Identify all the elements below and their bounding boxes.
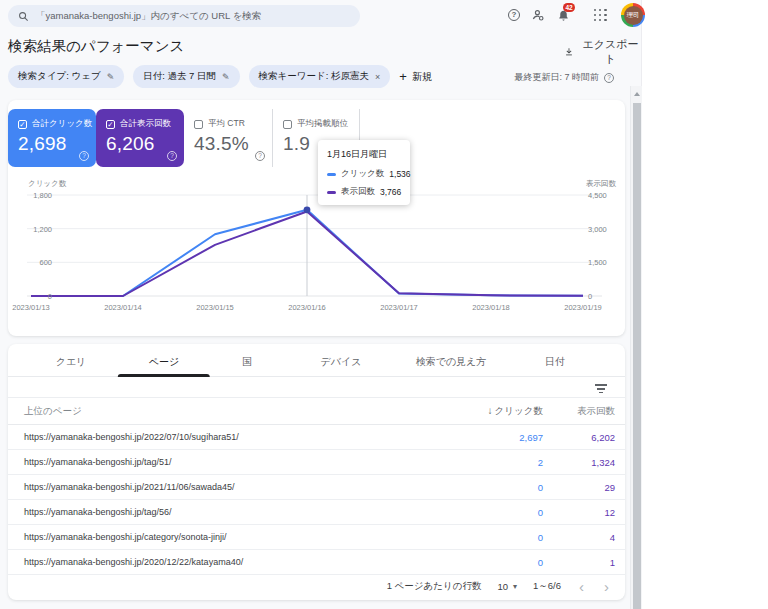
table-card: クエリページ国デバイス検索での見え方日付 上位のページ ↓クリック数 表示回数 … (8, 344, 625, 600)
filter-chip[interactable]: 日付: 過去 7 日間✎ (133, 65, 239, 88)
download-icon (564, 46, 574, 58)
checkbox-checked-icon[interactable]: ✓ (18, 120, 27, 129)
clicks-value: 0 (423, 557, 543, 568)
tab-3[interactable]: 国 (242, 344, 252, 377)
table-row[interactable]: https://yamanaka-bengoshi.jp/2021/11/06/… (8, 475, 625, 500)
page-url[interactable]: https://yamanaka-bengoshi.jp/2020/12/22/… (8, 557, 423, 567)
help-icon[interactable]: ? (255, 151, 265, 161)
help-icon[interactable]: ? (79, 151, 89, 161)
metric-label: 合計クリック数 (32, 118, 92, 130)
metric-tile[interactable]: 平均 CTR43.5%? (184, 109, 272, 167)
table-row[interactable]: https://yamanaka-bengoshi.jp/tag/51/21,3… (8, 450, 625, 475)
impressions-value: 29 (543, 482, 615, 493)
filter-chip[interactable]: 検索タイプ: ウェブ✎ (8, 65, 124, 88)
rows-per-page-label: 1 ページあたりの行数 (387, 580, 482, 593)
scrollbar[interactable] (630, 86, 642, 609)
column-impressions[interactable]: 表示回数 (543, 405, 615, 418)
table-header: 上位のページ ↓クリック数 表示回数 (8, 398, 625, 425)
pagination-range: 1～6/6 (533, 580, 561, 593)
impressions-value: 1,324 (543, 457, 615, 468)
performance-card: ✓合計クリック数2,698?✓合計表示回数6,206?平均 CTR43.5%?平… (8, 100, 625, 336)
table-row[interactable]: https://yamanaka-bengoshi.jp/category/so… (8, 525, 625, 550)
metric-label: 平均掲載順位 (297, 118, 348, 130)
tab-5[interactable]: 検索での見え方 (416, 344, 487, 377)
chart-tooltip: 1月16日月曜日 クリック数1,536表示回数3,766 (318, 140, 410, 205)
help-icon[interactable]: ? (508, 9, 520, 21)
clicks-value: 0 (423, 482, 543, 493)
tooltip-row: 表示回数3,766 (327, 186, 401, 198)
series-swatch (327, 191, 336, 194)
filter-chip[interactable]: 検索キーワード: 杉原憲夫× (249, 65, 391, 88)
series-swatch (327, 173, 336, 176)
table-body: https://yamanaka-bengoshi.jp/2022/07/10/… (8, 425, 625, 575)
next-page-button[interactable]: › (602, 579, 611, 594)
help-icon[interactable]: ? (167, 151, 177, 161)
x-tick: 2023/01/15 (196, 303, 234, 312)
last-updated: 最終更新日: 7 時間前 ? (514, 71, 614, 84)
tab-4[interactable]: デバイス (321, 344, 362, 377)
search-icon (18, 11, 29, 22)
checkbox-unchecked-icon[interactable] (194, 120, 203, 129)
topbar-icons: ? 42 理司 (508, 3, 645, 27)
search-console-app: 「yamanaka-bengoshi.jp」内のすべての URL を検索 ? 4… (0, 0, 642, 609)
table-row[interactable]: https://yamanaka-bengoshi.jp/tag/56/012 (8, 500, 625, 525)
page-url[interactable]: https://yamanaka-bengoshi.jp/2022/07/10/… (8, 432, 423, 442)
clicks-value: 2 (423, 457, 543, 468)
search-input[interactable]: 「yamanaka-bengoshi.jp」内のすべての URL を検索 (8, 5, 360, 27)
metric-tile[interactable]: ✓合計クリック数2,698? (8, 109, 96, 167)
tab-6[interactable]: 日付 (545, 344, 565, 377)
apps-grid-icon[interactable] (594, 9, 607, 22)
tab-2[interactable]: ページ (149, 344, 179, 377)
prev-page-button[interactable]: ‹ (577, 579, 586, 594)
metric-tile[interactable]: ✓合計表示回数6,206? (96, 109, 184, 167)
x-tick: 2023/01/13 (12, 303, 50, 312)
user-settings-icon[interactable] (531, 8, 545, 22)
edit-icon[interactable]: ✎ (107, 72, 115, 82)
filter-icon[interactable] (595, 382, 607, 395)
metric-tiles: ✓合計クリック数2,698?✓合計表示回数6,206?平均 CTR43.5%?平… (8, 109, 360, 167)
scrollbar-thumb[interactable] (633, 103, 641, 609)
new-filter-button[interactable]: + 新規 (399, 69, 432, 84)
x-tick: 2023/01/17 (380, 303, 418, 312)
tab-1[interactable]: クエリ (56, 344, 87, 377)
checkbox-unchecked-icon[interactable] (283, 120, 292, 129)
x-tick: 2023/01/18 (472, 303, 510, 312)
tooltip-row: クリック数1,536 (327, 168, 401, 180)
page-url[interactable]: https://yamanaka-bengoshi.jp/2021/11/06/… (8, 482, 423, 492)
table-row[interactable]: https://yamanaka-bengoshi.jp/2022/07/10/… (8, 425, 625, 450)
pagination: 1 ページあたりの行数 10 ▾ 1～6/6 ‹ › (8, 572, 625, 600)
metric-label: 合計表示回数 (120, 118, 171, 130)
impressions-value: 1 (543, 557, 615, 568)
search-placeholder: 「yamanaka-bengoshi.jp」内のすべての URL を検索 (36, 10, 261, 23)
x-tick: 2023/01/16 (288, 303, 326, 312)
notifications-icon[interactable]: 42 (556, 8, 570, 22)
impressions-value: 6,202 (543, 432, 615, 443)
edit-icon[interactable]: ✎ (222, 72, 230, 82)
dropdown-caret-icon: ▾ (513, 582, 517, 591)
add-icon: + (399, 69, 407, 84)
page-title: 検索結果のパフォーマンス (8, 37, 184, 56)
impressions-value: 4 (543, 532, 615, 543)
tooltip-date: 1月16日月曜日 (327, 148, 401, 161)
page-url[interactable]: https://yamanaka-bengoshi.jp/tag/56/ (8, 507, 423, 517)
remove-icon[interactable]: × (375, 72, 380, 82)
sort-desc-icon: ↓ (488, 405, 493, 416)
screen: 「yamanaka-bengoshi.jp」内のすべての URL を検索 ? 4… (0, 0, 768, 609)
page-url[interactable]: https://yamanaka-bengoshi.jp/category/so… (8, 532, 423, 542)
column-pages[interactable]: 上位のページ (8, 405, 423, 418)
performance-chart: クリック数 表示回数 1,8001,20060004,5003,0001,500… (8, 176, 625, 326)
dimension-tabs: クエリページ国デバイス検索での見え方日付 (8, 344, 625, 377)
column-clicks-sort[interactable]: ↓クリック数 (423, 405, 543, 418)
x-tick: 2023/01/14 (104, 303, 142, 312)
rows-per-page-select[interactable]: 10 ▾ (497, 581, 517, 592)
page-url[interactable]: https://yamanaka-bengoshi.jp/tag/51/ (8, 457, 423, 467)
clicks-value: 2,697 (423, 432, 543, 443)
export-button[interactable]: エクスポート (564, 37, 641, 67)
scroll-up-icon[interactable] (634, 92, 640, 96)
checkbox-checked-icon[interactable]: ✓ (106, 120, 115, 129)
info-icon[interactable]: ? (604, 73, 614, 83)
avatar[interactable]: 理司 (621, 3, 645, 27)
clicks-value: 0 (423, 507, 543, 518)
clicks-value: 0 (423, 532, 543, 543)
metric-label: 平均 CTR (208, 118, 245, 130)
